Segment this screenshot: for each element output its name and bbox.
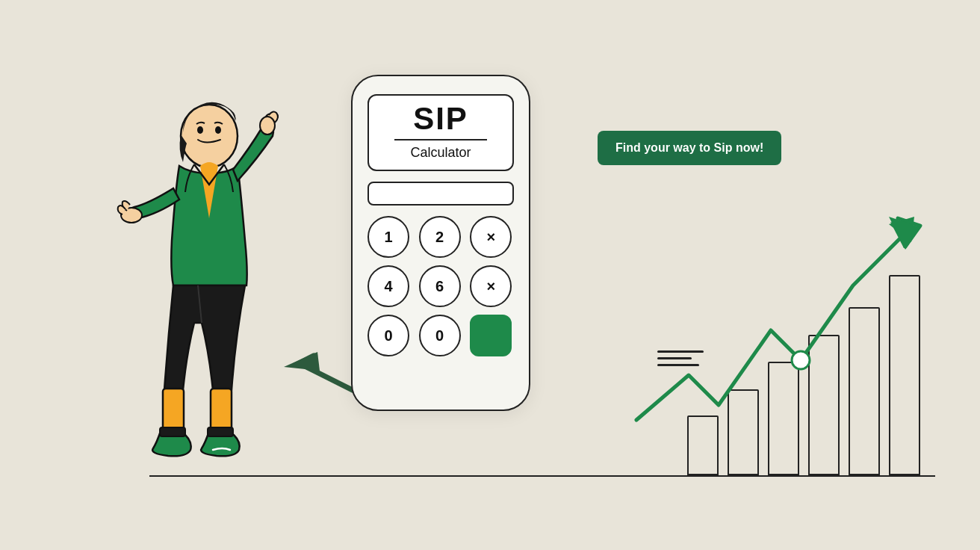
chart-labels: [657, 350, 704, 371]
main-scene: SIP Calculator 1 2 × 4 6 × 0 0 Find your…: [0, 0, 980, 550]
btn-green[interactable]: [470, 315, 512, 356]
calculator-screen: [368, 182, 514, 206]
chart-label-line-1: [657, 350, 704, 353]
chart-label-line-2: [657, 357, 692, 359]
svg-point-1: [197, 126, 203, 134]
svg-rect-8: [208, 427, 233, 436]
person-illustration: [112, 91, 291, 483]
btn-0a[interactable]: 0: [368, 315, 409, 356]
btn-x1[interactable]: ×: [470, 216, 512, 258]
display-divider: [394, 139, 486, 140]
chart-label-line-3: [657, 364, 699, 366]
calculator-display: SIP Calculator: [368, 94, 514, 171]
btn-2[interactable]: 2: [419, 216, 461, 258]
btn-1[interactable]: 1: [368, 216, 409, 258]
calculator-buttons: 1 2 × 4 6 × 0 0: [368, 216, 514, 356]
svg-rect-6: [160, 427, 185, 436]
svg-point-3: [260, 117, 275, 135]
cta-button[interactable]: Find your way to Sip now!: [598, 131, 781, 165]
btn-0b[interactable]: 0: [419, 315, 461, 356]
svg-point-10: [792, 351, 810, 369]
calculator-label: Calculator: [375, 145, 506, 161]
sip-title: SIP: [375, 103, 506, 135]
trend-arrow: [621, 211, 935, 453]
calculator: SIP Calculator 1 2 × 4 6 × 0 0: [351, 75, 530, 411]
btn-x2[interactable]: ×: [470, 265, 512, 307]
btn-4[interactable]: 4: [368, 265, 409, 307]
btn-6[interactable]: 6: [419, 265, 461, 307]
svg-point-2: [215, 126, 221, 134]
